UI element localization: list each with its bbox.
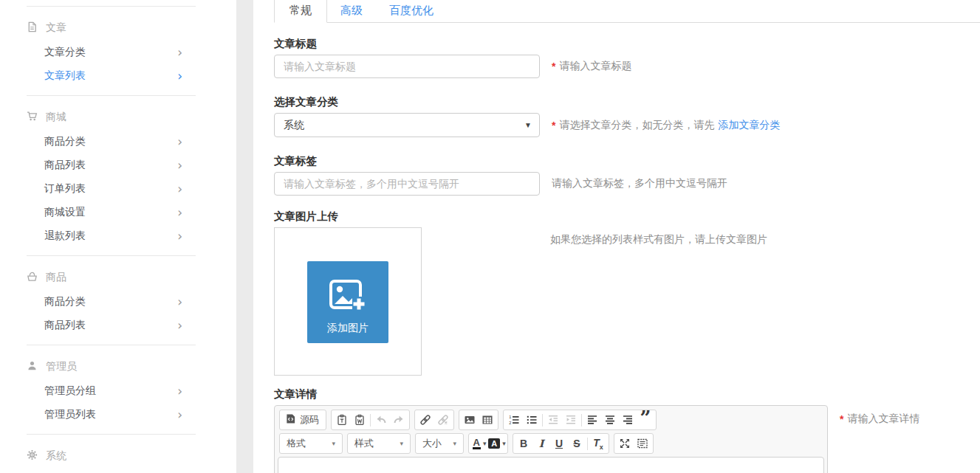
chevron-right-icon: › (177, 409, 182, 421)
italic-button[interactable]: I (532, 435, 550, 452)
bold-button[interactable]: B (515, 435, 532, 452)
sidebar-section-system[interactable]: 系统 (27, 449, 236, 463)
svg-text:1: 1 (509, 415, 511, 419)
link-button[interactable] (417, 411, 434, 429)
paste-word-button[interactable] (351, 411, 369, 429)
toolbar-separator (581, 414, 582, 427)
size-dropdown[interactable]: 大小 ▾ (417, 435, 462, 452)
main-panel: 常规 高级 百度优化 文章标题 * 请输入文章标题 选择文章分类 系统 ▼ (253, 0, 980, 473)
outdent-button[interactable] (544, 411, 562, 429)
align-center-button[interactable] (601, 411, 619, 429)
sidebar-section-goods[interactable]: 商品 (27, 271, 236, 284)
underline-button[interactable]: U (550, 435, 568, 452)
field-article-category: 选择文章分类 系统 ▼ * 请选择文章分类，如无分类，请先 添加文章分类 (274, 96, 980, 137)
tab-advanced[interactable]: 高级 (327, 0, 376, 22)
toolbar-separator (542, 414, 543, 427)
quote-icon: ” (640, 415, 651, 425)
image-upload-dropzone[interactable]: 添加图片 (274, 227, 422, 376)
sidebar-item-product-list[interactable]: 商品列表 › (44, 153, 182, 177)
style-dropdown[interactable]: 样式 ▾ (349, 435, 408, 452)
sidebar-item-article-category[interactable]: 文章分类 › (44, 41, 182, 64)
bg-color-button[interactable]: A ▾ (488, 435, 506, 452)
sidebar-section-label: 文章 (46, 21, 66, 35)
ordered-list-button[interactable]: 12 (505, 411, 523, 429)
divider (27, 345, 196, 345)
source-code-button[interactable]: 源码 (281, 411, 324, 429)
tab-general[interactable]: 常规 (274, 0, 327, 23)
sidebar-gutter (236, 0, 253, 473)
article-tags-input[interactable] (274, 172, 540, 196)
align-left-button[interactable] (583, 411, 601, 429)
caret-down-icon: ▾ (332, 440, 335, 447)
editor-content-area[interactable] (278, 457, 824, 473)
svg-text:2: 2 (509, 421, 511, 425)
paste-text-button[interactable] (333, 411, 351, 429)
sidebar-section-admin[interactable]: 管理员 (27, 360, 236, 373)
field-hint: * 请输入文章标题 (552, 60, 631, 73)
required-asterisk: * (552, 120, 555, 131)
sidebar-item-product-category[interactable]: 商品分类 › (44, 130, 182, 153)
insert-image-button[interactable] (461, 411, 479, 429)
sidebar-item-refund-list[interactable]: 退款列表 › (44, 224, 182, 248)
caret-down-icon: ▾ (453, 440, 456, 447)
sidebar-item-basic-info[interactable]: 基本信息 › (44, 469, 182, 473)
add-image-label: 添加图片 (327, 322, 369, 335)
sidebar-section-article[interactable]: 文章 (27, 21, 236, 35)
field-article-image: 文章图片上传 添加图片 (274, 210, 980, 376)
sidebar-item-order-list[interactable]: 订单列表 › (44, 177, 182, 201)
strikethrough-button[interactable]: S (568, 435, 586, 452)
indent-button[interactable] (562, 411, 580, 429)
insert-table-button[interactable] (479, 411, 496, 429)
field-hint: * 请选择文章分类，如无分类，请先 添加文章分类 (552, 119, 780, 132)
mall-cart-icon (27, 111, 38, 124)
app-root: 文章 文章分类 › 文章列表 › 商城 商品分类 › 商品列表 › 订单列表 › (0, 0, 980, 473)
article-icon (27, 21, 38, 35)
sidebar-section-mall[interactable]: 商城 (27, 111, 236, 124)
field-label: 文章标签 (274, 155, 980, 168)
maximize-button[interactable] (616, 435, 634, 452)
blockquote-button[interactable]: ” (637, 411, 654, 429)
field-hint: 请输入文章标签，多个用中文逗号隔开 (552, 177, 727, 190)
editor-toolbar-row-2: 格式 ▾ 样式 ▾ 大小 (277, 432, 825, 455)
text-color-button[interactable]: A ▾ (470, 435, 488, 452)
sidebar-item-admin-group[interactable]: 管理员分组 › (44, 379, 182, 403)
source-code-icon (285, 413, 296, 427)
required-asterisk: * (840, 413, 843, 425)
sidebar-item-article-list[interactable]: 文章列表 › (44, 64, 182, 88)
required-asterisk: * (552, 61, 555, 72)
bullet-list-button[interactable] (523, 411, 541, 429)
system-gear-icon (27, 449, 38, 463)
remove-format-button[interactable]: Tx (589, 435, 607, 452)
sidebar-item-mall-settings[interactable]: 商城设置 › (44, 201, 182, 224)
toolbar-separator (370, 414, 371, 427)
sidebar-section-label: 系统 (46, 449, 66, 463)
caret-down-icon: ▾ (483, 440, 487, 447)
sidebar-item-goods-category[interactable]: 商品分类 › (44, 290, 182, 314)
chevron-right-icon: › (177, 70, 182, 83)
sidebar-item-admin-list[interactable]: 管理员列表 › (44, 403, 182, 427)
chevron-right-icon: › (177, 136, 182, 148)
divider (27, 95, 196, 96)
add-image-icon (329, 279, 367, 322)
align-right-button[interactable] (619, 411, 637, 429)
chevron-right-icon: › (177, 207, 182, 219)
article-title-input[interactable] (274, 55, 540, 78)
redo-button[interactable] (390, 411, 408, 429)
add-category-link[interactable]: 添加文章分类 (718, 119, 780, 132)
field-article-title: 文章标题 * 请输入文章标题 (274, 38, 980, 78)
add-image-button[interactable]: 添加图片 (307, 261, 388, 343)
sidebar-section-label: 商品 (46, 271, 66, 284)
editor-toolbar-row-1: 源码 (277, 408, 825, 432)
chevron-right-icon: › (177, 183, 182, 196)
form-tabs: 常规 高级 百度优化 (274, 0, 980, 23)
sidebar-item-goods-list[interactable]: 商品列表 › (44, 314, 182, 337)
tab-baidu-seo[interactable]: 百度优化 (376, 0, 447, 22)
unlink-button[interactable] (434, 411, 452, 429)
admin-user-icon (27, 360, 38, 373)
text-color-icon: A (473, 438, 481, 450)
goods-basket-icon (27, 271, 38, 284)
format-dropdown[interactable]: 格式 ▾ (281, 435, 340, 452)
show-blocks-button[interactable] (634, 435, 651, 452)
undo-button[interactable] (372, 411, 390, 429)
category-select[interactable]: 系统 ▼ (274, 113, 540, 137)
